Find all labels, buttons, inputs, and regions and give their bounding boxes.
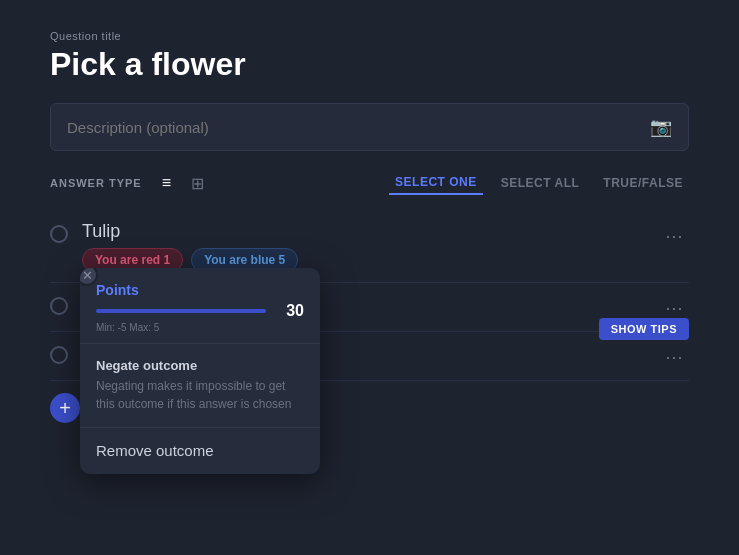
- answer-type-row: ANSWER TYPE ≡ ⊞ SELECT ONE SELECT ALL TR…: [50, 171, 689, 195]
- answer-type-label: ANSWER TYPE: [50, 177, 142, 189]
- radio-rose[interactable]: [50, 297, 68, 315]
- show-tips-button[interactable]: SHOW TIPS: [599, 318, 689, 340]
- popup-points-label: Points: [96, 282, 304, 298]
- points-value: 30: [274, 302, 304, 320]
- add-answer-button[interactable]: +: [50, 393, 80, 423]
- negate-title: Negate outcome: [96, 358, 304, 373]
- points-min-max: Min: -5 Max: 5: [96, 322, 304, 333]
- more-button-empty[interactable]: ⋯: [659, 344, 689, 370]
- camera-icon[interactable]: 📷: [650, 116, 672, 138]
- description-row: 📷: [50, 103, 689, 151]
- list-view-button[interactable]: ≡: [158, 172, 175, 194]
- question-title: Pick a flower: [50, 46, 689, 83]
- radio-tulip[interactable]: [50, 225, 68, 243]
- answer-content-tulip: Tulip You are red 1 You are blue 5: [82, 221, 659, 272]
- popup-points-row: 30: [96, 302, 304, 320]
- select-all-button[interactable]: SELECT ALL: [495, 172, 586, 194]
- outcome-dropdown-popup: ✕ Points 30 Min: -5 Max: 5 Negate outcom…: [80, 268, 320, 474]
- description-input[interactable]: [67, 119, 650, 136]
- points-slider[interactable]: [96, 309, 266, 313]
- main-page: Question title Pick a flower 📷 ANSWER TY…: [0, 0, 739, 453]
- image-view-button[interactable]: ⊞: [187, 172, 208, 195]
- question-label-text: Question title: [50, 30, 689, 42]
- remove-outcome-label: Remove outcome: [96, 442, 214, 459]
- negate-description: Negating makes it impossible to get this…: [96, 377, 304, 413]
- select-one-button[interactable]: SELECT ONE: [389, 171, 483, 195]
- more-button-tulip[interactable]: ⋯: [659, 223, 689, 249]
- popup-points-section: Points 30 Min: -5 Max: 5: [80, 268, 320, 344]
- true-false-button[interactable]: TRUE/FALSE: [597, 172, 689, 194]
- popup-negate-section: Negate outcome Negating makes it impossi…: [80, 344, 320, 428]
- radio-empty[interactable]: [50, 346, 68, 364]
- answer-text-tulip: Tulip: [82, 221, 659, 242]
- remove-outcome-section[interactable]: Remove outcome: [80, 428, 320, 474]
